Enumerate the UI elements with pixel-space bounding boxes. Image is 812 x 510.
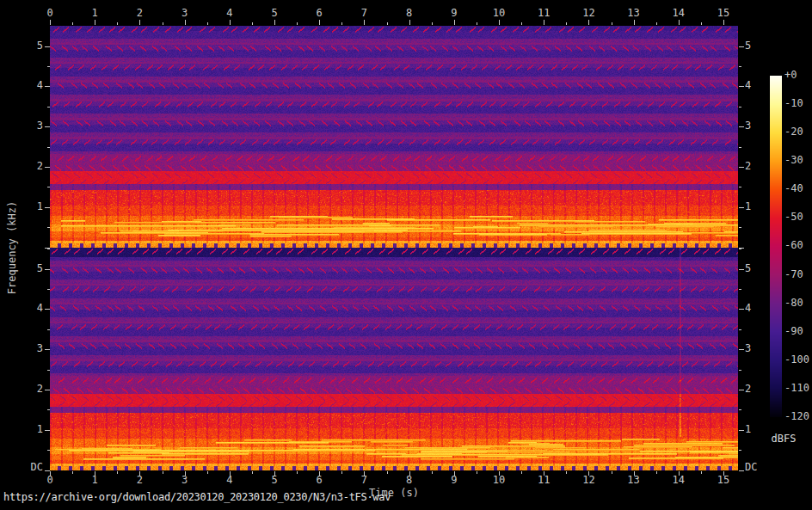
colorbar-tick-label: -120 <box>784 411 809 422</box>
freq-tick-mark <box>739 86 744 87</box>
freq-tick-mark <box>45 349 50 350</box>
freq-dc-tick-mark <box>739 470 744 471</box>
colorbar-tick-label: -110 <box>784 383 809 394</box>
x-tick-mark <box>454 20 455 25</box>
freq-minor-tick-mark <box>47 450 50 451</box>
freq-tick-mark <box>739 390 744 390</box>
x-tick-label-top: 1 <box>92 8 98 19</box>
colorbar-tick-label: -60 <box>784 240 803 251</box>
freq-minor-tick-mark <box>47 370 50 371</box>
x-tick-mark <box>139 471 140 476</box>
x-minor-tick-mark <box>207 22 208 25</box>
x-tick-mark <box>588 20 589 25</box>
freq-tick-mark <box>45 46 50 47</box>
x-minor-tick-mark <box>297 471 298 474</box>
freq-tick-mark <box>45 390 50 390</box>
colorbar-tick-label: -30 <box>784 155 803 166</box>
x-tick-mark <box>679 20 680 25</box>
freq-minor-tick-mark <box>739 289 741 290</box>
x-minor-tick-mark <box>387 471 388 474</box>
freq-tick-mark <box>45 126 50 127</box>
freq-tick-label-right: 3 <box>745 343 751 354</box>
freq-tick-mark <box>739 46 744 47</box>
x-tick-label-bottom: 3 <box>181 475 188 486</box>
x-tick-label-bottom: 5 <box>271 475 277 486</box>
x-minor-tick-mark <box>341 22 342 25</box>
x-tick-mark <box>95 20 95 25</box>
x-tick-label-top: 7 <box>361 8 367 19</box>
colorbar-tick-label: -10 <box>784 98 803 109</box>
x-tick-label-bottom: 2 <box>137 475 143 486</box>
x-tick-mark <box>634 471 635 476</box>
freq-tick-mark <box>45 309 50 310</box>
x-minor-tick-mark <box>612 22 612 25</box>
x-tick-mark <box>230 20 231 25</box>
x-tick-label-bottom: 15 <box>717 475 729 486</box>
x-tick-label-top: 10 <box>493 8 505 19</box>
x-minor-tick-mark <box>163 22 163 25</box>
x-tick-mark <box>499 20 500 25</box>
freq-tick-mark <box>45 269 50 270</box>
x-tick-label-bottom: 0 <box>46 475 52 486</box>
colorbar-tick-label: -70 <box>784 269 803 280</box>
x-tick-mark <box>319 20 320 25</box>
x-tick-label-top: 12 <box>582 8 594 19</box>
spectrogram-canvas <box>50 26 738 470</box>
x-tick-label-bottom: 7 <box>361 475 367 486</box>
freq-minor-tick-mark <box>47 147 50 148</box>
x-tick-mark <box>634 20 635 25</box>
x-minor-tick-mark <box>701 471 702 474</box>
freq-minor-tick-mark <box>739 66 741 67</box>
dc-label-left: DC <box>9 462 43 473</box>
x-minor-tick-mark <box>701 22 702 25</box>
freq-tick-mark <box>45 86 50 87</box>
freq-minor-tick-mark <box>47 187 50 187</box>
x-minor-tick-mark <box>252 471 253 474</box>
freq-minor-tick-mark <box>47 249 50 249</box>
x-minor-tick-mark <box>72 22 73 25</box>
freq-tick-label-left: 2 <box>9 384 43 395</box>
freq-tick-label-right: 4 <box>745 303 751 314</box>
colorbar-tick-label: -100 <box>784 354 809 366</box>
freq-minor-tick-mark <box>739 187 741 187</box>
x-tick-label-top: 15 <box>717 8 729 19</box>
freq-tick-mark <box>45 167 50 168</box>
x-minor-tick-mark <box>521 22 522 25</box>
x-tick-mark <box>95 471 95 476</box>
x-minor-tick-mark <box>566 22 567 25</box>
freq-minor-tick-mark <box>47 289 50 290</box>
freq-minor-tick-mark <box>739 450 741 451</box>
x-tick-mark <box>409 471 410 476</box>
colorbar-tick-label: -20 <box>784 126 803 138</box>
x-tick-mark <box>679 471 680 476</box>
x-minor-tick-mark <box>207 471 208 474</box>
x-tick-mark <box>230 471 231 476</box>
x-tick-label-top: 13 <box>627 8 639 19</box>
freq-tick-label-left: 2 <box>9 161 43 172</box>
freq-tick-label-left: 1 <box>9 424 43 435</box>
x-minor-tick-mark <box>387 22 388 25</box>
y-axis-title: Frequency (kHz) <box>6 201 18 294</box>
x-tick-mark <box>723 471 724 476</box>
colorbar-tick-label: -50 <box>784 212 803 223</box>
colorbar-unit-label: dBFS <box>772 433 797 445</box>
footer-url: https://archive·org/download/20230120_20… <box>3 491 391 503</box>
x-minor-tick-mark <box>521 471 522 474</box>
x-minor-tick-mark <box>656 22 657 25</box>
freq-tick-label-left: 3 <box>9 343 43 354</box>
x-tick-label-bottom: 9 <box>451 475 457 486</box>
freq-tick-label-right: 1 <box>745 424 751 435</box>
x-tick-mark <box>454 471 455 476</box>
x-tick-label-top: 3 <box>181 8 188 19</box>
x-minor-tick-mark <box>477 471 477 474</box>
x-tick-mark <box>139 20 140 25</box>
x-tick-label-top: 14 <box>673 8 685 19</box>
colorbar-tick-label: -40 <box>784 183 803 194</box>
x-tick-label-top: 9 <box>451 8 457 19</box>
freq-tick-mark <box>739 207 744 208</box>
x-minor-tick-mark <box>252 22 253 25</box>
x-tick-label-bottom: 11 <box>538 475 550 486</box>
x-tick-label-top: 11 <box>538 8 550 19</box>
x-minor-tick-mark <box>656 471 657 474</box>
freq-minor-tick-mark <box>739 147 741 148</box>
